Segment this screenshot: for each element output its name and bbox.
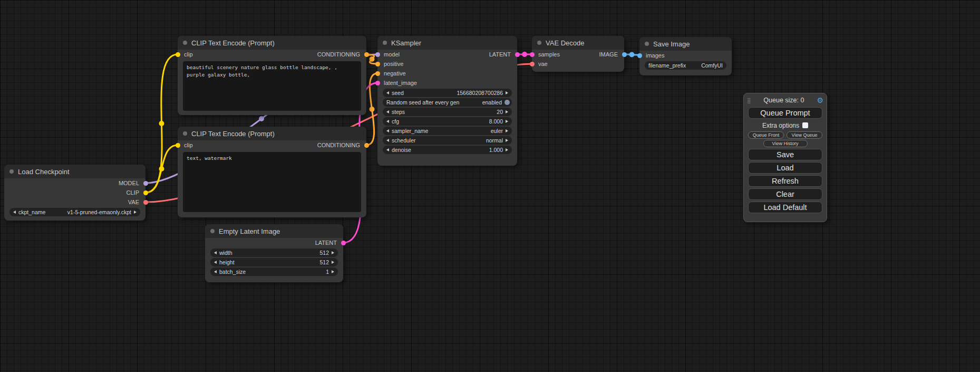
widget-name: filename_prefix — [648, 62, 686, 69]
increment-icon[interactable] — [332, 270, 334, 273]
collapse-toggle-icon[interactable] — [183, 41, 187, 45]
scheduler-widget[interactable]: scheduler normal — [383, 136, 512, 145]
node-title-bar[interactable]: CLIP Text Encode (Prompt) — [178, 127, 366, 140]
queue-prompt-button[interactable]: Queue Prompt — [748, 107, 822, 119]
input-slot-latent-image[interactable] — [375, 81, 380, 85]
output-slot-image[interactable] — [622, 52, 627, 57]
collapse-toggle-icon[interactable] — [537, 41, 541, 45]
save-button[interactable]: Save — [748, 149, 822, 160]
load-button[interactable]: Load — [748, 162, 822, 174]
slot-row: positive — [377, 59, 517, 69]
decrement-icon[interactable] — [386, 110, 389, 113]
positive-prompt-textarea[interactable]: beautiful scenery nature glass bottle la… — [183, 61, 361, 111]
clear-button[interactable]: Clear — [748, 188, 822, 200]
next-option-icon[interactable] — [506, 129, 508, 132]
decrement-icon[interactable] — [214, 251, 217, 254]
input-label-vae: vae — [538, 61, 548, 67]
seed-control-toggle-icon[interactable] — [504, 100, 510, 105]
node-title-bar[interactable]: Load Checkpoint — [4, 165, 145, 178]
view-queue-button[interactable]: View Queue — [787, 131, 822, 139]
refresh-button[interactable]: Refresh — [748, 175, 822, 187]
decrement-icon[interactable] — [214, 270, 217, 273]
prev-option-icon[interactable] — [386, 139, 389, 142]
increment-icon[interactable] — [506, 91, 508, 94]
node-title-bar[interactable]: Empty Latent Image — [205, 224, 343, 238]
node-title-bar[interactable]: Save Image — [639, 37, 732, 51]
queue-front-button[interactable]: Queue Front — [748, 131, 784, 139]
slot-row: latent_image — [377, 78, 517, 88]
increment-icon[interactable] — [332, 251, 334, 254]
increment-icon[interactable] — [332, 261, 334, 264]
filename-prefix-widget[interactable]: filename_prefix ComfyUI — [645, 61, 726, 70]
output-slot-conditioning[interactable] — [364, 143, 369, 148]
cfg-widget[interactable]: cfg 8.000 — [383, 117, 512, 126]
node-title-bar[interactable]: KSampler — [377, 36, 517, 50]
input-slot-samples[interactable] — [530, 52, 535, 57]
width-widget[interactable]: width 512 — [210, 249, 338, 257]
input-slot-model[interactable] — [375, 52, 380, 57]
input-label-negative: negative — [384, 70, 406, 77]
increment-icon[interactable] — [506, 120, 508, 123]
collapse-toggle-icon[interactable] — [645, 42, 649, 46]
input-slot-negative[interactable] — [375, 71, 380, 76]
collapse-toggle-icon[interactable] — [9, 169, 14, 174]
output-slot-conditioning[interactable] — [364, 52, 369, 57]
batch-size-widget[interactable]: batch_size 1 — [210, 268, 338, 276]
output-slot-clip[interactable] — [143, 190, 148, 195]
node-ksampler[interactable]: KSampler model LATENT positive negative … — [377, 36, 517, 166]
node-title-bar[interactable]: CLIP Text Encode (Prompt) — [178, 36, 366, 50]
node-save-image[interactable]: Save Image images filename_prefix ComfyU… — [639, 37, 732, 75]
decrement-icon[interactable] — [386, 148, 389, 151]
node-load-checkpoint[interactable]: Load Checkpoint MODEL CLIP VAE ckpt_name… — [4, 165, 145, 221]
graph-canvas[interactable]: Load Checkpoint MODEL CLIP VAE ckpt_name… — [0, 0, 980, 372]
next-option-icon[interactable] — [506, 139, 508, 142]
slot-row: images — [639, 51, 732, 60]
denoise-widget[interactable]: denoise 1.000 — [383, 146, 512, 154]
extra-options-checkbox[interactable] — [802, 122, 808, 128]
output-slot-latent[interactable] — [515, 52, 520, 57]
view-history-button[interactable]: View History — [763, 140, 808, 147]
increment-icon[interactable] — [506, 148, 508, 151]
collapse-toggle-icon[interactable] — [183, 131, 187, 136]
prev-option-icon[interactable] — [386, 129, 389, 132]
output-slot-vae[interactable] — [143, 200, 148, 205]
node-clip-text-encode-negative[interactable]: CLIP Text Encode (Prompt) clip CONDITION… — [178, 127, 366, 217]
next-option-icon[interactable] — [134, 211, 137, 214]
output-slot-latent[interactable] — [341, 241, 346, 245]
link-dot-conditioning-negative — [370, 107, 375, 112]
steps-widget[interactable]: steps 20 — [383, 108, 512, 116]
node-title: Load Checkpoint — [18, 168, 70, 176]
input-slot-positive[interactable] — [375, 62, 380, 66]
prev-option-icon[interactable] — [13, 211, 16, 214]
node-vae-decode[interactable]: VAE Decode samples IMAGE vae — [532, 36, 624, 72]
negative-prompt-textarea[interactable]: text, watermark — [183, 152, 361, 212]
slot-row: samples IMAGE — [532, 50, 624, 59]
output-label-conditioning: CONDITIONING — [317, 51, 360, 58]
node-clip-text-encode-positive[interactable]: CLIP Text Encode (Prompt) clip CONDITION… — [178, 36, 366, 115]
node-title-bar[interactable]: VAE Decode — [532, 36, 624, 50]
seed-control-widget[interactable]: Random seed after every gen enabled — [383, 98, 512, 107]
load-default-button[interactable]: Load Default — [748, 202, 822, 213]
input-slot-clip[interactable] — [176, 52, 180, 57]
input-slot-images[interactable] — [637, 53, 642, 58]
height-widget[interactable]: height 512 — [210, 258, 338, 266]
collapse-toggle-icon[interactable] — [383, 41, 387, 45]
settings-gear-icon[interactable]: ⚙ — [817, 97, 823, 104]
decrement-icon[interactable] — [386, 120, 389, 123]
drag-handle-icon[interactable]: ⣿ — [747, 98, 751, 103]
seed-widget[interactable]: seed 156680208700286 — [383, 89, 512, 97]
increment-icon[interactable] — [506, 110, 508, 113]
queue-panel[interactable]: ⣿ Queue size: 0 ⚙ Queue Prompt Extra opt… — [743, 93, 827, 222]
collapse-toggle-icon[interactable] — [210, 229, 215, 233]
output-label-image: IMAGE — [599, 51, 618, 58]
input-slot-clip[interactable] — [176, 143, 180, 148]
decrement-icon[interactable] — [214, 261, 217, 264]
slot-row: vae — [532, 59, 624, 69]
node-empty-latent-image[interactable]: Empty Latent Image LATENT width 512 heig… — [205, 224, 343, 282]
ckpt-name-widget[interactable]: ckpt_name v1-5-pruned-emaonly.ckpt — [9, 208, 140, 216]
input-slot-vae[interactable] — [530, 62, 535, 66]
output-slot-model[interactable] — [143, 181, 148, 186]
sampler-name-widget[interactable]: sampler_name euler — [383, 127, 512, 135]
decrement-icon[interactable] — [386, 91, 389, 94]
slot-row: clip CONDITIONING — [178, 140, 366, 150]
